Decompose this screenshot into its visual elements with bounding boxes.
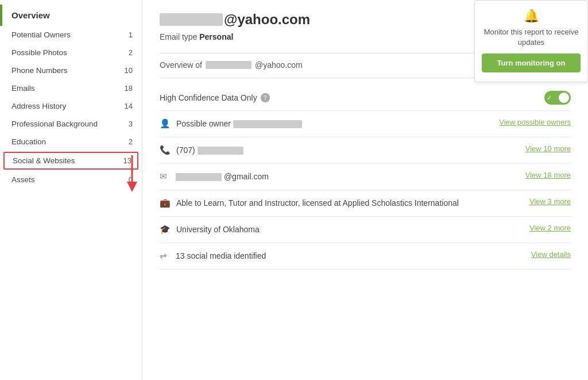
sidebar-item-phone-numbers[interactable]: Phone Numbers 10 [0, 62, 142, 79]
owner-name-blurred [233, 120, 302, 128]
sidebar-overview[interactable]: Overview [0, 5, 142, 26]
monitor-box: 🔔 Monitor this report to receive updates… [474, 0, 588, 82]
email-row: ✉ @gmail.com View 18 more [160, 164, 571, 190]
phone-row: 📞 (707) View 10 more [160, 137, 571, 164]
high-confidence-toggle[interactable]: ✓ [544, 91, 571, 105]
sidebar-item-education[interactable]: Education 2 [0, 133, 142, 151]
possible-owner-row: 👤 Possible owner View possible owners [160, 111, 571, 137]
sidebar-item-count: 3 [129, 120, 133, 128]
sidebar-item-label: Assets [11, 175, 35, 184]
sidebar-item-label: Education [11, 137, 46, 146]
education-text: University of Oklahoma [176, 225, 260, 234]
sidebar-item-emails[interactable]: Emails 18 [0, 79, 142, 97]
view-18-more-link[interactable]: View 18 more [519, 171, 571, 179]
turn-monitoring-on-button[interactable]: Turn monitoring on [482, 53, 581, 72]
bell-icon: 🔔 [482, 9, 581, 24]
overview-label: Overview [11, 10, 50, 20]
high-confidence-text: High Confidence Data Only [160, 93, 257, 102]
main-content: 🔔 Monitor this report to receive updates… [142, 0, 588, 380]
sidebar-item-label: Social & Websites [13, 156, 75, 165]
phone-icon: 📞 [160, 145, 171, 155]
phone-blurred [198, 147, 243, 155]
email-domain: @yahoo.com [224, 11, 310, 28]
overview-email-blurred [206, 61, 252, 69]
view-details-link[interactable]: View details [519, 250, 571, 259]
view-possible-owners-link[interactable]: View possible owners [499, 118, 571, 126]
professional-text: Able to Learn, Tutor and Instructor, lic… [176, 198, 459, 208]
sidebar-item-count: 10 [125, 66, 133, 75]
sidebar-item-count: 2 [129, 48, 133, 57]
sidebar-item-count: 2 [129, 137, 133, 146]
sidebar-item-label: Professional Background [11, 120, 98, 128]
email-icon: ✉ [160, 171, 170, 182]
email-prefix-blurred [176, 173, 222, 181]
professional-row: 💼 Able to Learn, Tutor and Instructor, l… [160, 190, 571, 217]
high-confidence-row: High Confidence Data Only ? ✓ [160, 85, 571, 111]
social-row: ⇌ 13 social media identified View detail… [160, 243, 571, 270]
sidebar-item-potential-owners[interactable]: Potential Owners 1 [0, 26, 142, 44]
owner-label: Possible owner [176, 119, 233, 128]
view-3-more-link[interactable]: View 3 more [519, 197, 571, 206]
email-type-prefix: Email type [160, 32, 197, 41]
person-icon: 👤 [160, 118, 171, 129]
sidebar-item-label: Possible Photos [11, 48, 67, 57]
email-blurred-part [160, 13, 223, 26]
overview-suffix: @yahoo.com [255, 60, 303, 70]
sidebar-item-count: 13 [123, 156, 131, 165]
sidebar-item-social-websites[interactable]: Social & Websites 13 [3, 152, 138, 170]
graduation-icon: 🎓 [160, 224, 171, 235]
education-row: 🎓 University of Oklahoma View 2 more [160, 217, 571, 243]
briefcase-icon: 💼 [160, 198, 171, 208]
sidebar-item-count: 0 [129, 175, 133, 184]
sidebar-item-assets[interactable]: Assets 0 [0, 171, 142, 189]
phone-prefix: (707) [176, 145, 198, 155]
sidebar-item-label: Emails [11, 84, 35, 93]
monitor-text: Monitor this report to receive updates [482, 27, 581, 48]
sidebar-item-address-history[interactable]: Address History 14 [0, 97, 142, 115]
email-gmail: @gmail.com [224, 172, 269, 181]
toggle-check-icon: ✓ [547, 94, 552, 102]
sidebar: Overview Potential Owners 1 Possible Pho… [0, 0, 142, 380]
sidebar-item-count: 18 [125, 84, 133, 93]
view-2-more-link[interactable]: View 2 more [519, 224, 571, 232]
social-icon: ⇌ [160, 251, 170, 261]
sidebar-item-label: Phone Numbers [11, 66, 68, 75]
email-type-value: Personal [199, 32, 233, 41]
overview-prefix: Overview of [160, 60, 202, 70]
sidebar-item-label: Address History [11, 102, 66, 110]
sidebar-item-count: 1 [129, 30, 133, 39]
social-text: 13 social media identified [176, 251, 266, 260]
sidebar-item-count: 14 [125, 102, 133, 110]
sidebar-item-possible-photos[interactable]: Possible Photos 2 [0, 44, 142, 62]
toggle-knob [559, 93, 569, 103]
sidebar-item-label: Potential Owners [11, 30, 71, 39]
view-10-more-link[interactable]: View 10 more [519, 144, 571, 153]
high-confidence-label: High Confidence Data Only ? [160, 93, 270, 102]
help-icon[interactable]: ? [261, 93, 270, 102]
sidebar-item-professional-background[interactable]: Professional Background 3 [0, 115, 142, 133]
